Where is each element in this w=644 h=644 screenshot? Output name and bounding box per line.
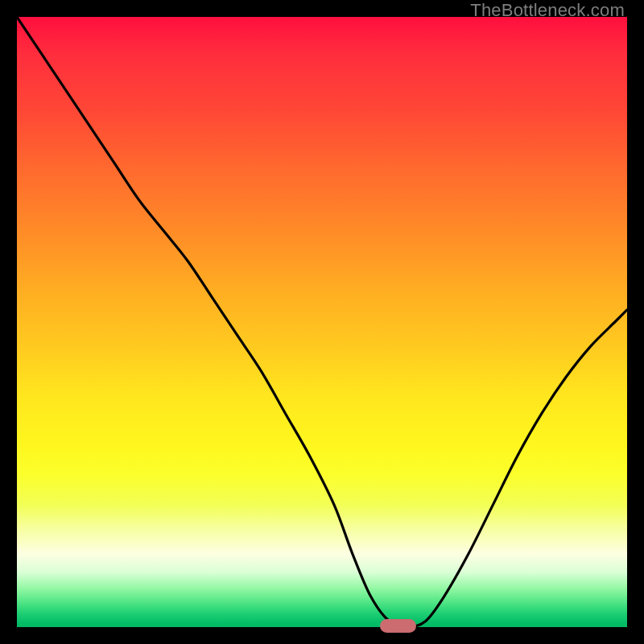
- plot-area: [17, 17, 627, 627]
- chart-frame: TheBottleneck.com: [0, 0, 644, 644]
- watermark-text: TheBottleneck.com: [470, 0, 625, 21]
- optimal-marker: [380, 619, 416, 633]
